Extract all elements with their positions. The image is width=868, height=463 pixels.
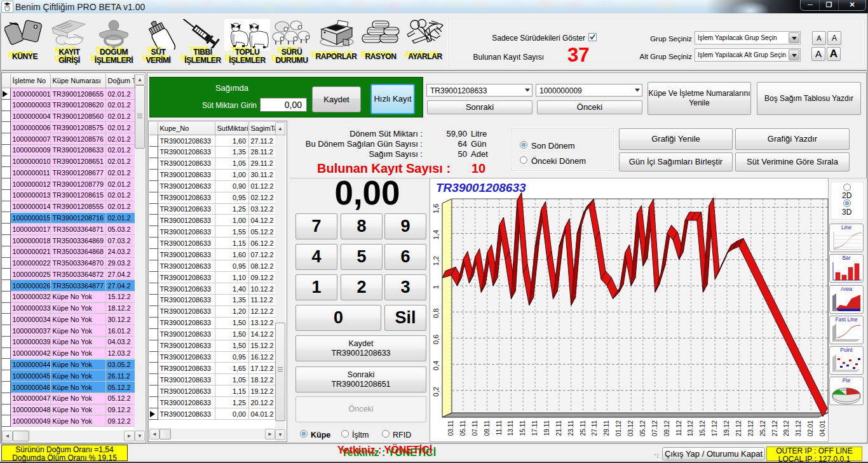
svg-text:27.12: 27.12 — [771, 420, 778, 436]
svg-text:21.11: 21.11 — [555, 420, 562, 436]
svg-text:19.12: 19.12 — [723, 420, 730, 436]
svg-text:25.12: 25.12 — [759, 420, 766, 436]
svg-text:03.12: 03.12 — [627, 420, 634, 436]
svg-text:23.12: 23.12 — [747, 420, 754, 436]
svg-text:11.11: 11.11 — [496, 420, 503, 436]
svg-text:09.11: 09.11 — [484, 420, 491, 436]
svg-text:29.11: 29.11 — [603, 420, 610, 436]
svg-text:0,2: 0,2 — [432, 387, 440, 396]
svg-text:21.12: 21.12 — [735, 420, 742, 436]
svg-text:05.12: 05.12 — [639, 420, 646, 436]
svg-text:17.11: 17.11 — [531, 420, 538, 436]
svg-text:09.12: 09.12 — [663, 420, 670, 436]
svg-text:0,4: 0,4 — [432, 361, 440, 370]
svg-text:1: 1 — [432, 285, 440, 289]
svg-text:17.12: 17.12 — [711, 420, 718, 436]
svg-text:11.12: 11.12 — [675, 420, 682, 436]
svg-text:07.12: 07.12 — [651, 420, 658, 436]
svg-text:03.11: 03.11 — [447, 420, 454, 436]
svg-text:15.12: 15.12 — [699, 420, 706, 436]
svg-text:15.11: 15.11 — [519, 420, 526, 436]
svg-text:23.11: 23.11 — [567, 420, 574, 436]
svg-text:02.01: 02.01 — [807, 420, 814, 436]
svg-text:05.11: 05.11 — [459, 420, 466, 436]
svg-text:0,6: 0,6 — [432, 335, 440, 344]
svg-text:0,8: 0,8 — [432, 309, 440, 318]
svg-text:19.11: 19.11 — [543, 420, 550, 436]
svg-text:04.01: 04.01 — [819, 420, 826, 436]
svg-text:25.11: 25.11 — [580, 420, 587, 436]
svg-text:1,2: 1,2 — [432, 256, 440, 265]
svg-text:27.11: 27.11 — [591, 420, 598, 436]
svg-text:29.12: 29.12 — [783, 420, 790, 436]
svg-text:31.12: 31.12 — [795, 420, 802, 436]
svg-text:13.12: 13.12 — [687, 420, 694, 436]
svg-text:01.12: 01.12 — [615, 420, 622, 436]
svg-text:1,4: 1,4 — [432, 230, 440, 239]
svg-text:13.11: 13.11 — [507, 420, 514, 436]
svg-text:1,6: 1,6 — [432, 204, 440, 213]
svg-text:07.11: 07.11 — [471, 420, 478, 436]
